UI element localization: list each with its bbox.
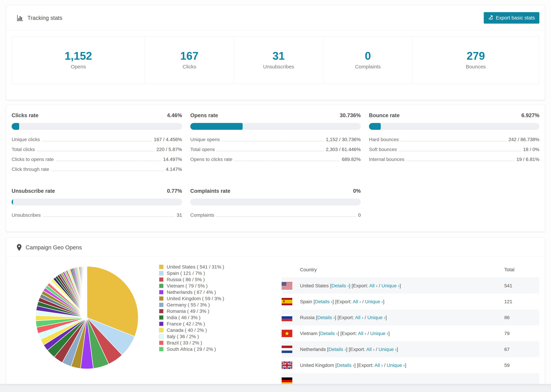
- legend-item-italy[interactable]: Italy ( 36 / 2% ): [159, 333, 224, 340]
- export-all-link[interactable]: All ›: [355, 315, 363, 320]
- legend-item-united-kingdom[interactable]: United Kingdom ( 59 / 3% ): [159, 295, 224, 302]
- dotted-leader: [217, 151, 324, 151]
- export-all-link[interactable]: All ›: [366, 347, 374, 352]
- total-cell: 541: [504, 283, 539, 288]
- legend-item-vietnam[interactable]: Vietnam ( 79 / 5% ): [159, 283, 224, 289]
- rate-rows: Unique opens1,152 / 30.736%Total opens2,…: [190, 136, 361, 162]
- legend-item-india[interactable]: India ( 46 / 3% ): [159, 314, 224, 321]
- rate-head: Unsubscribe rate0.77%: [12, 187, 182, 195]
- legend-color-chip: [159, 309, 164, 314]
- legend-color-chip: [159, 347, 164, 351]
- bracket-text: ]: [386, 315, 387, 320]
- legend-color-chip: [159, 296, 164, 301]
- rate-row: Hard bounces242 / 86.738%: [369, 136, 539, 142]
- export-unique-link[interactable]: Unique ›: [379, 347, 397, 352]
- rate-row-label: Opens to clicks rate: [190, 156, 232, 162]
- legend-label: Brazil ( 33 / 2% ): [167, 340, 202, 346]
- export-unique-link[interactable]: Unique ›: [367, 315, 386, 320]
- export-all-link[interactable]: All ›: [358, 331, 366, 336]
- tracking-stats-card: Tracking stats Export basic stats 1,152O…: [6, 5, 545, 100]
- bracket-text: ] [Export:: [354, 363, 374, 368]
- legend-label: South Africa ( 29 / 2% ): [167, 347, 216, 352]
- rate-progress-fill: [190, 123, 243, 130]
- legend-item-united-states[interactable]: United States ( 541 / 31% ): [159, 264, 224, 270]
- bracket-text: ]: [383, 299, 384, 304]
- legend-label: Italy ( 36 / 2% ): [167, 334, 199, 339]
- legend-color-chip: [159, 328, 164, 332]
- country-links-text: Netherlands [Details ›] [Export: All › /…: [300, 347, 398, 352]
- stat-value: 279: [467, 50, 485, 61]
- geo-table-header: Country Total: [282, 263, 539, 278]
- legend-item-russia[interactable]: Russia ( 86 / 5% ): [159, 276, 224, 283]
- page-bottom-strip: [0, 384, 551, 392]
- legend-item-netherlands[interactable]: Netherlands ( 67 / 4% ): [159, 289, 224, 295]
- stat-value: 31: [273, 50, 285, 61]
- rate-progress-bar: [190, 123, 361, 130]
- details-link[interactable]: Details ›: [337, 363, 354, 368]
- dotted-leader: [234, 161, 340, 161]
- export-unique-link[interactable]: Unique ›: [365, 299, 383, 304]
- country-links-text: Russia [Details ›] [Export: All › / Uniq…: [300, 315, 387, 320]
- rate-row-label: Unique clicks: [12, 137, 40, 142]
- total-cell: 86: [504, 315, 539, 320]
- export-all-link[interactable]: All ›: [374, 363, 383, 368]
- rate-block-complaints-rate: Complaints rate0%Complaints0: [190, 187, 361, 221]
- details-link[interactable]: Details ›: [320, 331, 338, 336]
- rate-block-clicks-rate: Clicks rate4.46%Unique clicks167 / 4.456…: [12, 112, 182, 175]
- legend-item-brazil[interactable]: Brazil ( 33 / 2% ): [159, 340, 224, 346]
- export-unique-link[interactable]: Unique ›: [370, 331, 388, 336]
- rates-card: Clicks rate4.46%Unique clicks167 / 4.456…: [6, 105, 545, 232]
- legend-item-spain[interactable]: Spain ( 121 / 7% ): [159, 270, 224, 276]
- legend-label: United Kingdom ( 59 / 3% ): [167, 296, 224, 301]
- legend-item-romania[interactable]: Romania ( 49 / 3% ): [159, 308, 224, 314]
- legend-item-france[interactable]: France ( 42 / 2% ): [159, 321, 224, 327]
- stat-label: Complaints: [355, 64, 381, 70]
- rate-row-value: 0: [358, 212, 361, 218]
- stat-label: Opens: [71, 64, 86, 70]
- rate-row-value: 689.82%: [342, 156, 361, 162]
- legend-label: Vietnam ( 79 / 5% ): [167, 283, 208, 289]
- country-cell: Russia [Details ›] [Export: All › / Uniq…: [282, 314, 504, 321]
- total-cell: 67: [504, 347, 539, 352]
- bracket-text: ]: [400, 283, 401, 288]
- export-basic-stats-button[interactable]: Export basic stats: [484, 12, 539, 24]
- bar-chart-icon: [16, 14, 24, 21]
- page-title: Tracking stats: [16, 14, 62, 22]
- country-cell: United States [Details ›] [Export: All ›…: [282, 282, 504, 289]
- table-row-spain: Spain [Details ›] [Export: All › / Uniqu…: [282, 294, 539, 309]
- summary-stat-clicks: 167Clicks: [145, 36, 234, 84]
- rate-row: Opens to clicks rate689.82%: [190, 155, 361, 162]
- legend-color-chip: [159, 271, 164, 275]
- dotted-leader: [43, 217, 175, 217]
- export-unique-link[interactable]: Unique ›: [387, 363, 405, 368]
- legend-item-canada[interactable]: Canada ( 40 / 2% ): [159, 327, 224, 333]
- table-row-united-states: United States [Details ›] [Export: All ›…: [282, 278, 539, 294]
- table-row-vietnam: Vietnam [Details ›] [Export: All › / Uni…: [282, 325, 539, 341]
- rate-head: Bounce rate6.927%: [369, 112, 539, 119]
- rate-progress-bar: [12, 123, 182, 130]
- details-link[interactable]: Details ›: [315, 299, 332, 304]
- legend-item-germany[interactable]: Germany ( 55 / 3% ): [159, 302, 224, 308]
- rate-progress-fill: [12, 123, 19, 130]
- geo-title: Campaign Geo Opens: [16, 244, 82, 251]
- legend-color-chip: [159, 277, 164, 282]
- rate-title: Unsubscribe rate: [12, 187, 55, 195]
- rate-progress-fill: [12, 199, 13, 205]
- rate-title: Bounce rate: [369, 112, 400, 119]
- geo-opens-table: Country Total United States [Details ›] …: [282, 263, 539, 384]
- geo-table-body: United States [Details ›] [Export: All ›…: [282, 278, 539, 384]
- details-link[interactable]: Details ›: [329, 347, 346, 352]
- dotted-leader: [406, 161, 514, 161]
- legend-color-chip: [159, 334, 164, 339]
- rate-rows: Hard bounces242 / 86.738%Soft bounces18 …: [369, 136, 539, 162]
- details-link[interactable]: Details ›: [317, 315, 335, 320]
- legend-color-chip: [159, 284, 164, 288]
- export-all-link[interactable]: All ›: [369, 283, 377, 288]
- export-all-link[interactable]: All ›: [353, 299, 361, 304]
- legend-item-south-africa[interactable]: South Africa ( 29 / 2% ): [159, 346, 224, 352]
- rate-row: Total opens2,303 / 61.446%: [190, 146, 361, 152]
- dotted-leader: [56, 161, 161, 161]
- details-link[interactable]: Details ›: [332, 283, 349, 288]
- table-row-russia: Russia [Details ›] [Export: All › / Uniq…: [282, 309, 539, 325]
- export-unique-link[interactable]: Unique ›: [381, 283, 400, 288]
